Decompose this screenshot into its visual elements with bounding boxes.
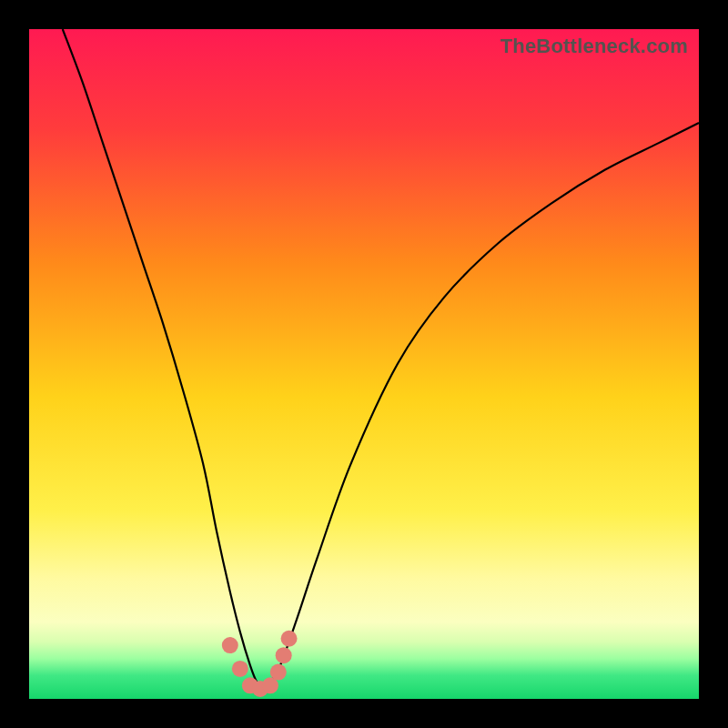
critical-point-marker <box>276 647 292 663</box>
chart-frame: TheBottleneck.com <box>29 29 699 699</box>
critical-point-marker <box>270 664 287 681</box>
gradient-background <box>29 29 699 699</box>
critical-point-marker <box>232 661 248 677</box>
critical-point-marker <box>222 637 238 653</box>
critical-point-marker <box>281 631 298 647</box>
plot-area <box>29 29 699 699</box>
watermark-text: TheBottleneck.com <box>500 35 688 58</box>
chart-svg <box>29 29 699 699</box>
